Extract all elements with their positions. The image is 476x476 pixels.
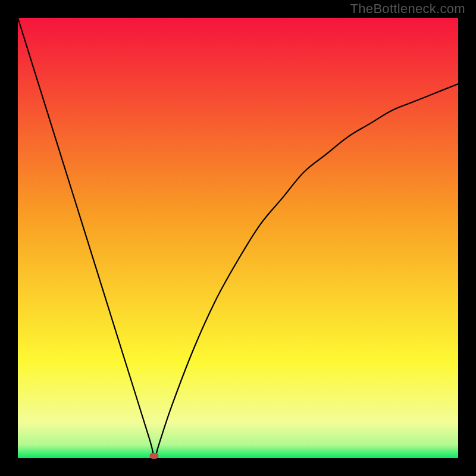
bottleneck-curve xyxy=(18,18,458,458)
optimal-point-marker xyxy=(150,453,159,459)
plot-area xyxy=(18,18,458,458)
chart-frame xyxy=(18,18,458,458)
watermark-text: TheBottleneck.com xyxy=(350,1,465,17)
